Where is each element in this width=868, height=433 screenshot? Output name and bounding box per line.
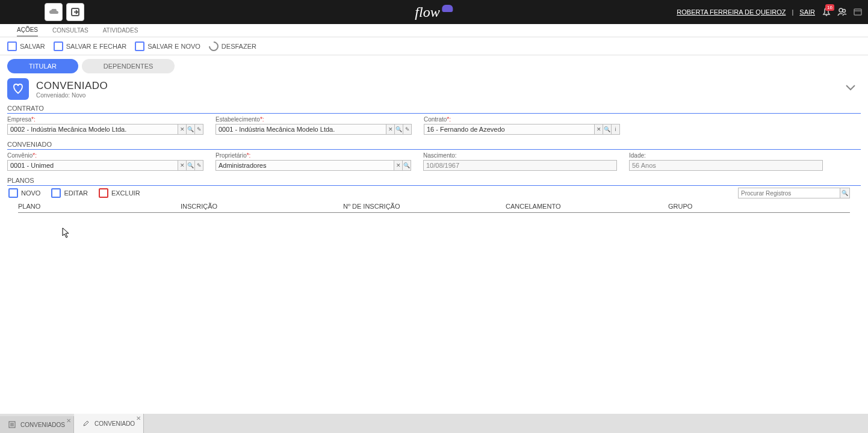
required-mark: *: (447, 116, 451, 123)
novo-label: NOVO (21, 189, 40, 197)
col-cancelamento[interactable]: CANCELAMENTO (506, 203, 668, 210)
propr-search[interactable]: 🔍 (403, 160, 411, 171)
nascimento-label: Nascimento: (423, 152, 617, 159)
tab-acoes[interactable]: AÇÕES (17, 24, 38, 37)
user-group-icon[interactable] (837, 7, 848, 17)
cloud-icon[interactable] (45, 3, 63, 21)
section-contrato: CONTRATO Empresa*: ✕ 🔍 ✎ Estabelecimento… (0, 105, 868, 137)
convenio-search[interactable]: 🔍 (187, 160, 195, 171)
save-close-icon (54, 41, 63, 51)
save-button[interactable]: SALVAR (7, 41, 45, 51)
field-estabelecimento: Estabelecimento*: ✕ 🔍 ✎ (215, 116, 412, 135)
table-header: PLANO INSCRIÇÃO Nº DE INSCRIÇÃO CANCELAM… (18, 203, 850, 213)
tab-conveniados[interactable]: CONVENIADOS ✕ (0, 416, 74, 433)
tab-dependentes[interactable]: DEPENDENTES (82, 59, 175, 73)
propr-input[interactable] (215, 160, 394, 171)
tab-conveniado-close[interactable]: ✕ (136, 415, 141, 422)
action-toolbar: SALVAR SALVAR E FECHAR SALVAR E NOVO DES… (0, 37, 868, 55)
contrato-input[interactable] (424, 124, 595, 135)
save-close-button[interactable]: SALVAR E FECHAR (54, 41, 126, 51)
tab-conveniados-label: CONVENIADOS (20, 422, 65, 428)
topbar-left-icons (45, 3, 84, 21)
notifications-icon[interactable]: 16 (821, 7, 832, 17)
window-icon[interactable] (852, 7, 863, 17)
empresa-input[interactable] (7, 124, 178, 135)
contrato-info[interactable]: i (612, 124, 620, 135)
col-num-inscricao[interactable]: Nº DE INSCRIÇÃO (343, 203, 506, 210)
contrato-search[interactable]: 🔍 (603, 124, 612, 135)
save-icon (7, 41, 17, 51)
field-idade: Idade: (629, 152, 823, 171)
required-mark: *: (31, 116, 36, 123)
convenio-label: Convênio (7, 152, 33, 159)
estab-search[interactable]: 🔍 (395, 124, 403, 135)
contrato-clear[interactable]: ✕ (595, 124, 603, 135)
menu-tabs: AÇÕES CONSULTAS ATIVIDADES (0, 24, 868, 37)
col-inscricao[interactable]: INSCRIÇÃO (181, 203, 343, 210)
bottom-tabs: CONVENIADOS ✕ CONVENIADO ✕ (0, 414, 868, 433)
editar-label: EDITAR (64, 189, 88, 197)
tab-conveniado-label: CONVENIADO (95, 420, 135, 427)
undo-label: DESFAZER (222, 43, 256, 50)
editar-button[interactable]: EDITAR (51, 188, 88, 198)
notif-badge: 16 (825, 4, 834, 11)
page-title: CONVENIADO (36, 80, 108, 92)
required-mark: *: (33, 152, 37, 159)
trash-icon (99, 188, 108, 198)
svg-rect-3 (854, 9, 861, 15)
empresa-edit[interactable]: ✎ (195, 124, 203, 135)
convenio-edit[interactable]: ✎ (195, 160, 203, 171)
logout-link[interactable]: SAIR (799, 8, 815, 16)
planos-search-button[interactable]: 🔍 (840, 188, 850, 198)
svg-point-2 (843, 10, 846, 13)
enter-icon[interactable] (66, 3, 84, 21)
field-contrato: Contrato*: ✕ 🔍 i (424, 116, 620, 135)
empresa-search[interactable]: 🔍 (187, 124, 195, 135)
estab-input[interactable] (215, 124, 386, 135)
field-nascimento: Nascimento: (423, 152, 617, 171)
collapse-toggle[interactable] (845, 84, 856, 91)
convenio-input[interactable] (7, 160, 178, 171)
estab-clear[interactable]: ✕ (386, 124, 395, 135)
planos-toolbar: NOVO EDITAR EXCLUIR 🔍 (0, 186, 868, 200)
undo-button[interactable]: DESFAZER (209, 41, 256, 51)
save-label: SALVAR (20, 43, 45, 50)
section-planos: PLANOS (0, 177, 868, 186)
separator: | (792, 8, 793, 16)
col-plano[interactable]: PLANO (18, 203, 181, 210)
logo-text: flow (415, 4, 439, 20)
save-new-button[interactable]: SALVAR E NOVO (135, 41, 200, 51)
nascimento-input[interactable] (423, 160, 617, 171)
empresa-label: Empresa (7, 116, 31, 123)
empresa-clear[interactable]: ✕ (178, 124, 187, 135)
field-convenio: Convênio*: ✕ 🔍 ✎ (7, 152, 203, 171)
section-contrato-title: CONTRATO (7, 105, 861, 114)
user-name-link[interactable]: ROBERTA FERREIRA DE QUEIROZ (677, 8, 786, 16)
idade-input[interactable] (629, 160, 823, 171)
tab-consultas[interactable]: CONSULTAS (52, 25, 88, 36)
tab-conveniado-form[interactable]: CONVENIADO ✕ (74, 414, 144, 433)
propr-label: Proprietário (215, 152, 247, 159)
convenio-clear[interactable]: ✕ (178, 160, 187, 171)
page-header: CONVENIADO Conveniado: Novo (0, 77, 868, 101)
col-grupo[interactable]: GRUPO (668, 203, 850, 210)
pencil-icon (82, 420, 90, 427)
excluir-button[interactable]: EXCLUIR (99, 188, 140, 198)
estab-label: Estabelecimento (215, 116, 260, 123)
tab-titular[interactable]: TITULAR (7, 59, 78, 73)
planos-search-input[interactable] (738, 188, 840, 198)
page-subtitle: Conveniado: Novo (36, 92, 108, 99)
novo-icon (8, 188, 18, 198)
field-proprietario: Proprietário*: ✕ 🔍 (215, 152, 411, 171)
sub-tabs: TITULAR DEPENDENTES (0, 55, 868, 77)
save-close-label: SALVAR E FECHAR (66, 43, 126, 50)
mouse-cursor (62, 227, 70, 238)
tab-conveniados-close[interactable]: ✕ (66, 417, 71, 424)
contrato-label: Contrato (424, 116, 447, 123)
field-empresa: Empresa*: ✕ 🔍 ✎ (7, 116, 203, 135)
propr-clear[interactable]: ✕ (394, 160, 403, 171)
tab-atividades[interactable]: ATIVIDADES (103, 25, 138, 36)
estab-edit[interactable]: ✎ (403, 124, 412, 135)
novo-button[interactable]: NOVO (8, 188, 40, 198)
planos-search: 🔍 (738, 188, 850, 198)
